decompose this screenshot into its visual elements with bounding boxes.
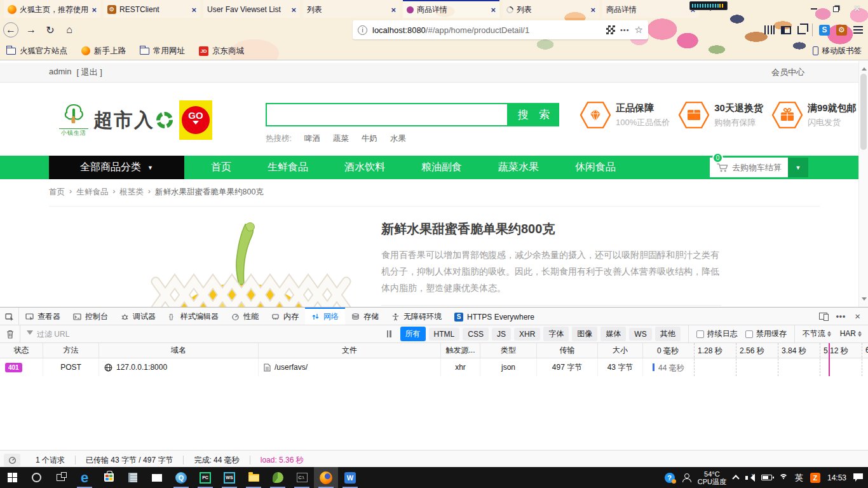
tab-close-icon[interactable]: ×: [291, 5, 296, 15]
tab-memory[interactable]: 内存: [265, 308, 305, 325]
tab-storage[interactable]: 存储: [345, 308, 385, 325]
nav-item-snacks[interactable]: 休闲食品: [575, 161, 616, 174]
restclient-extension-icon[interactable]: ⚙: [836, 25, 847, 36]
tab-network-active[interactable]: 网络: [305, 308, 345, 325]
filter-other[interactable]: 其他: [655, 327, 681, 341]
hot-search-item[interactable]: 蔬菜: [333, 133, 349, 144]
screenshot-icon[interactable]: [797, 26, 806, 34]
tab-list-1[interactable]: 列表 ×: [303, 0, 400, 18]
people-tray-icon[interactable]: [682, 473, 691, 482]
home-button[interactable]: ⌂: [60, 24, 79, 36]
sogou-extension-icon[interactable]: S: [819, 25, 830, 36]
column-waterfall[interactable]: [643, 343, 868, 358]
volume-muted-icon[interactable]: [745, 474, 754, 482]
url-text[interactable]: localhost:8080/#/app/home/productDetail/…: [372, 25, 601, 35]
cart-dropdown-button[interactable]: ▼: [788, 158, 808, 177]
taskbar-navicat[interactable]: [266, 467, 290, 488]
search-button[interactable]: 搜 索: [508, 103, 559, 126]
clock[interactable]: 14:53: [827, 473, 846, 482]
back-button[interactable]: ←: [0, 22, 22, 37]
bookmark-folder-common-sites[interactable]: 常用网址: [140, 46, 185, 57]
column-file[interactable]: 文件: [259, 343, 441, 358]
site-info-icon[interactable]: i: [358, 25, 367, 35]
column-type[interactable]: 类型: [480, 343, 537, 358]
taskbar-cmd[interactable]: C:\: [290, 467, 314, 488]
taskbar-edge[interactable]: e: [72, 467, 97, 488]
filter-js[interactable]: JS: [492, 328, 511, 341]
sogou-tray-icon[interactable]: Z: [810, 473, 820, 483]
sidebar-icon[interactable]: [781, 26, 791, 34]
scroll-down-icon[interactable]: [862, 297, 867, 303]
forward-button[interactable]: →: [22, 24, 41, 36]
nav-item-grain[interactable]: 粮油副食: [421, 161, 462, 174]
nav-item-home[interactable]: 首页: [211, 161, 231, 174]
bookmark-folder-firefox-official[interactable]: 火狐官方站点: [6, 46, 67, 57]
pick-element-button[interactable]: [0, 308, 19, 325]
taskbar-firefox-active[interactable]: [314, 467, 338, 488]
filter-media[interactable]: 媒体: [600, 327, 626, 341]
qr-code-icon[interactable]: [606, 25, 615, 34]
cpu-temp-widget[interactable]: 54°C CPU温度: [698, 470, 726, 485]
tab-performance[interactable]: 性能: [225, 308, 265, 325]
nav-item-drinks[interactable]: 酒水饮料: [344, 161, 385, 174]
filter-css[interactable]: CSS: [463, 328, 489, 341]
hot-search-item[interactable]: 水果: [390, 133, 406, 144]
minimize-button[interactable]: [803, 0, 825, 18]
battery-icon[interactable]: [761, 475, 772, 480]
tab-console[interactable]: 控制台: [67, 308, 114, 325]
reload-button[interactable]: ↻: [41, 24, 60, 36]
site-logo[interactable]: 小镇生活 超市入 GO: [59, 100, 212, 140]
filter-fonts[interactable]: 字体: [543, 327, 569, 341]
tab-close-icon[interactable]: ×: [391, 5, 396, 15]
restore-button[interactable]: [825, 0, 846, 18]
tab-debugger[interactable]: 调试器: [114, 308, 162, 325]
bookmark-jd[interactable]: JD 京东商城: [199, 46, 244, 57]
pause-icon[interactable]: [387, 330, 391, 337]
product-image[interactable]: [121, 213, 362, 307]
scroll-up-icon[interactable]: [862, 65, 867, 71]
taskbar-browser-q[interactable]: Q: [169, 467, 193, 488]
column-size[interactable]: 大小: [598, 343, 643, 358]
tab-restclient[interactable]: ⚙ RESTClient ×: [104, 0, 200, 18]
member-center-link[interactable]: 会员中心: [771, 67, 804, 78]
column-status[interactable]: 状态: [0, 343, 43, 358]
taskbar-pycharm[interactable]: PC: [193, 467, 217, 488]
throttle-select[interactable]: 不节流: [803, 329, 831, 339]
logout-link[interactable]: [ 退出 ]: [76, 67, 102, 78]
tab-close-icon[interactable]: ×: [191, 5, 196, 15]
taskbar-mail[interactable]: [145, 467, 169, 488]
help-tray-icon[interactable]: ?: [665, 473, 675, 483]
har-select[interactable]: HAR: [840, 329, 862, 339]
bookmark-star-icon[interactable]: ☆: [635, 24, 643, 36]
tab-close-icon[interactable]: ×: [590, 5, 595, 15]
breadcrumb-home[interactable]: 首页: [49, 187, 65, 198]
column-transferred[interactable]: 传输: [537, 343, 598, 358]
start-button[interactable]: [0, 467, 24, 488]
nav-item-fresh[interactable]: 生鲜食品: [268, 161, 308, 174]
taskbar-store[interactable]: [97, 467, 121, 488]
task-view-button[interactable]: [48, 467, 72, 488]
breadcrumb-fresh[interactable]: 生鲜食品: [76, 187, 108, 198]
tab-product-detail-2[interactable]: 商品详情 ×: [602, 0, 699, 18]
devtools-menu-icon[interactable]: •••: [836, 312, 846, 321]
filter-html[interactable]: HTML: [429, 328, 460, 341]
bookmark-getting-started[interactable]: 新手上路: [81, 46, 126, 57]
tab-https-everywhere[interactable]: S HTTPS Everywhere: [448, 308, 541, 325]
cortana-button[interactable]: [24, 467, 48, 488]
column-method[interactable]: 方法: [43, 343, 99, 358]
cart-button[interactable]: 0 去购物车结算: [710, 158, 788, 177]
input-method-indicator[interactable]: 英: [795, 472, 803, 484]
mobile-bookmarks[interactable]: 移动版书签: [813, 46, 862, 57]
column-domain[interactable]: 域名: [99, 343, 259, 358]
tab-list-2-loading[interactable]: 列表 ×: [503, 0, 599, 18]
menu-icon[interactable]: [853, 26, 863, 34]
address-bar[interactable]: i localhost:8080/#/app/home/productDetai…: [353, 20, 648, 39]
tab-inspector[interactable]: 查看器: [19, 308, 67, 325]
taskbar-notepad[interactable]: [121, 467, 145, 488]
taskbar-webstorm[interactable]: WS: [217, 467, 241, 488]
hot-search-item[interactable]: 牛奶: [362, 133, 377, 144]
tab-style-editor[interactable]: {} 样式编辑器: [162, 308, 225, 325]
tab-firefox-home[interactable]: 火狐主页，推荐使用 ×: [4, 0, 100, 18]
tab-product-detail-active[interactable]: 商品详情 ×: [403, 0, 499, 18]
breadcrumb-roots[interactable]: 根茎类: [119, 187, 144, 198]
